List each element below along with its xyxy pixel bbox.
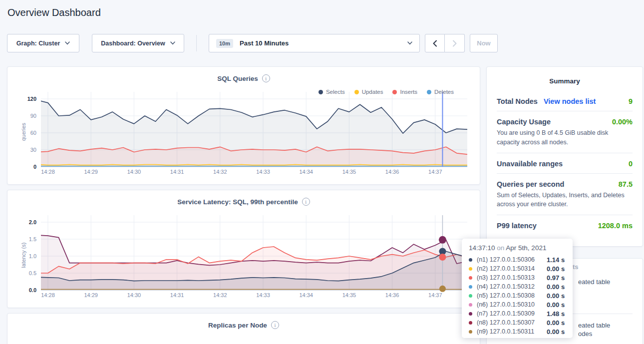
graph-dropdown[interactable]: Graph: Cluster: [7, 34, 79, 52]
time-range-label: Past 10 Minutes: [240, 39, 289, 47]
summary-value: 87.5: [619, 180, 633, 188]
time-range-dropdown[interactable]: 10m Past 10 Minutes: [209, 34, 420, 52]
summary-value: 0: [629, 160, 633, 168]
dashboard-dropdown[interactable]: Dashboard: Overview: [92, 34, 184, 52]
node-address: (n4) 127.0.0.1:50312: [477, 283, 547, 290]
summary-value: 1208.0 ms: [598, 222, 633, 230]
overview-dashboard-page: Overview Dashboard Graph: Cluster Dashbo…: [0, 0, 644, 344]
tooltip-node-row: (n1) 127.0.0.1:503061.14 s: [469, 255, 566, 264]
legend-item-inserts[interactable]: Inserts: [392, 89, 417, 95]
info-icon[interactable]: i: [262, 74, 270, 82]
summary-row: Capacity Usage0.00%You are using 0 B of …: [497, 111, 633, 153]
tooltip-node-row: (n9) 127.0.0.1:503110.00 s: [469, 327, 566, 336]
summary-label: P99 latency: [497, 222, 537, 230]
node-address: (n7) 127.0.0.1:50309: [477, 310, 547, 317]
legend-dot: [392, 90, 397, 94]
summary-row: Unavailable ranges0: [497, 153, 633, 173]
event-item-fragment[interactable]: eated table: [578, 322, 610, 329]
node-latency-value: 1.48 s: [547, 310, 565, 318]
node-color-dot: [469, 303, 472, 307]
toolbar-divider: [196, 35, 197, 51]
time-next-button[interactable]: [445, 34, 465, 52]
chart-title: Service Latency: SQL, 99th percentile: [177, 198, 298, 206]
tooltip-node-row: (n5) 127.0.0.1:503080.00 s: [469, 291, 566, 300]
tooltip-node-row: (n2) 127.0.0.1:503140.00 s: [469, 264, 566, 273]
summary-panel: Summary Total NodesView nodes list9Capac…: [486, 66, 643, 247]
tooltip-node-row: (n7) 127.0.0.1:503091.48 s: [469, 309, 566, 318]
chart-title: Replicas per Node: [208, 322, 267, 329]
legend-label: Updates: [362, 89, 383, 95]
summary-label: Queries per second: [497, 180, 564, 188]
node-latency-value: 0.00 s: [547, 265, 565, 273]
node-latency-value: 0.00 s: [547, 292, 565, 300]
summary-row: Total NodesView nodes list9: [497, 91, 633, 111]
node-latency-value: 0.00 s: [547, 328, 565, 336]
node-latency-value: 0.00 s: [547, 301, 565, 309]
node-color-dot: [469, 294, 472, 298]
view-nodes-list-link[interactable]: View nodes list: [544, 97, 596, 105]
chart-legend: SelectsUpdatesInsertsDeletes: [319, 89, 454, 95]
legend-item-updates[interactable]: Updates: [354, 89, 383, 95]
node-color-dot: [469, 321, 472, 325]
latency-chart-card: 0.00.51.01.52.014:2814:2914:3014:3114:32…: [7, 190, 480, 308]
summary-description: You are using 0 B of 4.5 GiB usable disk…: [497, 128, 633, 147]
event-item-fragment[interactable]: eated table: [578, 278, 610, 286]
time-range-badge: 10m: [216, 39, 233, 48]
tooltip-node-row: (n4) 127.0.0.1:503120.00 s: [469, 282, 566, 291]
events-heading-fragment: ts: [573, 263, 579, 271]
legend-label: Deletes: [434, 89, 454, 95]
tooltip-timestamp: 14:37:10 on Apr 5th, 2021: [469, 244, 566, 252]
node-latency-value: 0.00 s: [547, 319, 565, 327]
summary-title: Summary: [497, 77, 633, 85]
node-address: (n6) 127.0.0.1:50310: [477, 301, 547, 308]
chart-tooltip: 14:37:10 on Apr 5th, 2021 (n1) 127.0.0.1…: [462, 239, 573, 338]
summary-value: 9: [629, 97, 633, 105]
node-latency-value: 0.00 s: [547, 283, 565, 291]
tooltip-node-row: (n6) 127.0.0.1:503100.00 s: [469, 300, 566, 309]
node-address: (n8) 127.0.0.1:50307: [477, 319, 547, 326]
sql-queries-chart-card: 030609012014:2814:2914:3014:3114:3214:33…: [7, 66, 480, 185]
summary-row: P99 latency1208.0 ms: [497, 215, 633, 235]
legend-label: Selects: [326, 89, 345, 95]
time-pager: [425, 34, 465, 52]
sql-queries-plot: 030609012014:2814:2914:3014:3114:3214:33…: [7, 67, 480, 184]
node-address: (n9) 127.0.0.1:50311: [477, 328, 547, 335]
legend-dot: [354, 90, 359, 94]
node-color-dot: [469, 285, 472, 289]
node-color-dot: [469, 267, 472, 271]
legend-dot: [319, 90, 323, 94]
node-latency-value: 1.14 s: [547, 256, 565, 264]
chevron-down-icon: [65, 41, 70, 45]
legend-item-selects[interactable]: Selects: [319, 89, 345, 95]
graph-dropdown-label: Graph: Cluster: [16, 40, 60, 47]
time-prev-button[interactable]: [425, 34, 445, 52]
dashboard-dropdown-label: Dashboard: Overview: [101, 40, 165, 47]
node-color-dot: [469, 330, 472, 334]
summary-description: Sum of Selects, Updates, Inserts, and De…: [497, 191, 633, 210]
node-address: (n5) 127.0.0.1:50308: [477, 292, 547, 299]
node-color-dot: [469, 258, 472, 262]
tooltip-node-row: (n3) 127.0.0.1:503130.97 s: [469, 273, 566, 282]
summary-label: Unavailable ranges: [497, 160, 563, 168]
info-icon[interactable]: i: [271, 321, 279, 329]
event-item-fragment[interactable]: odes: [578, 330, 592, 338]
now-button[interactable]: Now: [470, 34, 498, 52]
legend-label: Inserts: [400, 89, 417, 95]
summary-rows: Total NodesView nodes list9Capacity Usag…: [497, 91, 633, 235]
info-icon[interactable]: i: [302, 198, 310, 206]
summary-label: Total Nodes: [497, 97, 538, 105]
summary-value: 0.00%: [612, 118, 633, 126]
node-latency-value: 0.97 s: [547, 274, 565, 282]
page-title: Overview Dashboard: [7, 7, 101, 18]
node-address: (n3) 127.0.0.1:50313: [477, 274, 547, 281]
legend-item-deletes[interactable]: Deletes: [427, 89, 454, 95]
tooltip-node-row: (n8) 127.0.0.1:503070.00 s: [469, 318, 566, 327]
node-color-dot: [469, 312, 472, 316]
legend-dot: [427, 90, 431, 94]
chevron-left-icon: [432, 40, 437, 47]
chart-title: SQL Queries: [217, 75, 258, 82]
node-address: (n1) 127.0.0.1:50306: [477, 256, 547, 263]
node-color-dot: [469, 276, 472, 280]
node-address: (n2) 127.0.0.1:50314: [477, 265, 547, 272]
chevron-right-icon: [452, 40, 457, 47]
